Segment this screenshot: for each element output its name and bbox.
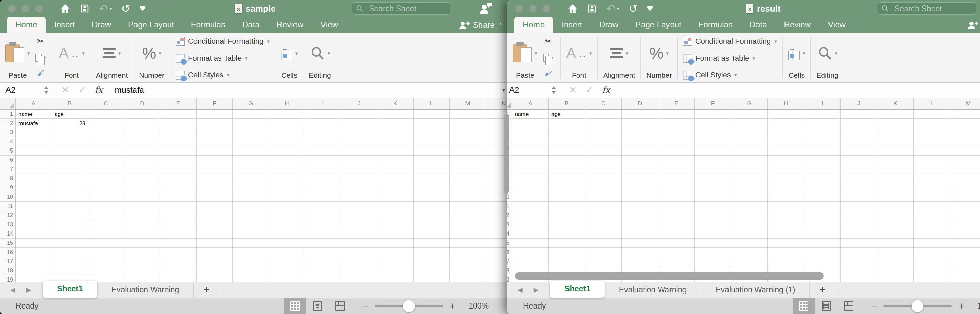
column-header-B[interactable]: B (549, 98, 585, 109)
cells-dropdown-icon[interactable]: ▾ (803, 50, 805, 56)
save-icon[interactable] (587, 4, 597, 13)
sheet-tab-evaluation-warning-1-[interactable]: Evaluation Warning (1) (701, 282, 810, 298)
name-box[interactable]: A2 (0, 83, 52, 97)
editing-group-button[interactable]: ▾ Editing (816, 36, 838, 80)
row-header-11[interactable]: 11 (508, 202, 512, 211)
format-as-table-button[interactable]: Format as Table ▾ (176, 54, 270, 63)
search-scope-chevron-icon[interactable]: ˇ (366, 7, 367, 12)
row-header-10[interactable]: 10 (508, 193, 512, 202)
row-header-7[interactable]: 7 (0, 165, 15, 174)
copy-button[interactable]: ▾ (35, 54, 46, 62)
sheet-nav-right-icon[interactable]: ▶ (534, 286, 539, 294)
tab-draw[interactable]: Draw (591, 17, 627, 33)
column-header-J[interactable]: J (841, 98, 877, 109)
column-header-C[interactable]: C (585, 98, 622, 109)
search-input[interactable]: ˇ Search Sheet (352, 2, 450, 15)
sheet-nav-right-icon[interactable]: ▶ (26, 286, 32, 294)
formula-input[interactable]: mustafa (115, 85, 144, 95)
tab-review[interactable]: Review (268, 17, 312, 33)
tab-page-layout[interactable]: Page Layout (119, 17, 183, 33)
horizontal-scrollbar[interactable] (515, 273, 824, 279)
share-button[interactable]: Share ⌃ (458, 17, 503, 33)
column-header-M[interactable]: M (450, 98, 486, 109)
row-header-11[interactable]: 11 (0, 202, 15, 211)
cancel-entry-icon[interactable]: ✕ (61, 84, 69, 96)
row-header-13[interactable]: 13 (0, 220, 15, 230)
paste-dropdown-icon[interactable]: ▾ (27, 50, 30, 56)
share-collapse-chevron-icon[interactable]: ⌃ (498, 22, 503, 29)
minimize-window-button[interactable] (21, 5, 30, 13)
zoom-level-label[interactable]: 100% (468, 301, 488, 311)
column-header-K[interactable]: K (877, 98, 914, 109)
editing-dropdown-icon[interactable]: ▾ (835, 50, 838, 56)
row-header-10[interactable]: 10 (0, 193, 15, 202)
tab-insert[interactable]: Insert (46, 17, 83, 33)
home-icon[interactable] (60, 3, 70, 14)
tab-view[interactable]: View (819, 17, 854, 33)
cell-B2[interactable]: 29 (52, 119, 88, 128)
column-header-G[interactable]: G (731, 98, 768, 109)
font-group-button[interactable]: A .. ▾ Font (566, 36, 592, 80)
format-painter-button[interactable] (544, 69, 552, 80)
alignment-group-button[interactable]: ▾ Alignment (96, 36, 127, 80)
collaborator-icon[interactable] (479, 2, 493, 16)
tab-data[interactable]: Data (741, 17, 776, 33)
page-layout-view-button[interactable] (306, 298, 329, 314)
zoom-in-button[interactable]: + (443, 301, 462, 312)
normal-view-button[interactable] (284, 298, 306, 314)
tab-formulas[interactable]: Formulas (183, 17, 234, 33)
row-header-12[interactable]: 12 (0, 211, 15, 220)
row-header-14[interactable]: 14 (0, 230, 15, 239)
cell-A2[interactable]: mustafa (16, 119, 52, 128)
column-header-H[interactable]: H (768, 98, 804, 109)
conditional-formatting-button[interactable]: Conditional Formatting ▾ (176, 37, 270, 46)
undo-button[interactable]: ↶ ▾ (99, 3, 112, 14)
zoom-slider[interactable] (883, 305, 952, 307)
font-dropdown-icon[interactable]: ▾ (589, 50, 592, 56)
paste-dropdown-icon[interactable]: ▾ (535, 50, 538, 56)
row-header-14[interactable]: 14 (508, 230, 512, 239)
tab-view[interactable]: View (312, 17, 347, 33)
row-header-19[interactable]: 19 (508, 276, 512, 282)
number-dropdown-icon[interactable]: ▾ (666, 50, 669, 56)
zoom-in-button[interactable]: + (952, 301, 970, 312)
zoom-slider[interactable] (375, 305, 443, 307)
row-header-18[interactable]: 18 (0, 266, 15, 276)
zoom-out-button[interactable]: − (356, 301, 375, 312)
editing-group-button[interactable]: ▾ Editing (309, 36, 331, 80)
add-sheet-button[interactable]: + (194, 282, 220, 298)
cell-A1[interactable]: name (16, 110, 52, 119)
row-header-9[interactable]: 9 (0, 183, 15, 193)
minimize-window-button[interactable] (528, 5, 537, 13)
row-header-17[interactable]: 17 (0, 257, 15, 266)
column-header-N[interactable]: N (486, 98, 511, 109)
column-header-L[interactable]: L (914, 98, 950, 109)
formula-bar-expand-icon[interactable]: ▾ (502, 87, 505, 94)
name-box[interactable]: A2 (508, 83, 559, 97)
alignment-group-button[interactable]: ▾ Alignment (603, 36, 635, 80)
column-header-I[interactable]: I (305, 98, 341, 109)
zoom-slider-thumb[interactable] (912, 300, 924, 312)
column-header-A[interactable]: A (512, 98, 549, 109)
column-header-B[interactable]: B (52, 98, 88, 109)
conditional-formatting-button[interactable]: Conditional Formatting ▾ (683, 37, 777, 46)
tab-page-layout[interactable]: Page Layout (627, 17, 690, 33)
column-header-A[interactable]: A (16, 98, 52, 109)
row-header-12[interactable]: 12 (508, 211, 512, 220)
column-header-L[interactable]: L (414, 98, 450, 109)
format-as-table-button[interactable]: Format as Table ▾ (683, 54, 777, 63)
save-icon[interactable] (80, 4, 89, 13)
column-header-I[interactable]: I (804, 98, 841, 109)
format-painter-button[interactable] (36, 69, 45, 80)
row-header-17[interactable]: 17 (508, 257, 512, 266)
cell-styles-button[interactable]: Cell Styles ▾ (683, 71, 777, 80)
zoom-window-button[interactable] (35, 5, 43, 13)
normal-view-button[interactable] (793, 298, 815, 314)
tab-draw[interactable]: Draw (83, 17, 119, 33)
insert-function-icon[interactable]: fx (94, 85, 103, 95)
column-header-E[interactable]: E (658, 98, 695, 109)
close-window-button[interactable] (515, 5, 523, 13)
cell-A1[interactable]: name (512, 110, 549, 119)
paste-button[interactable]: ▾ Paste (513, 36, 538, 80)
row-header-16[interactable]: 16 (508, 248, 512, 257)
